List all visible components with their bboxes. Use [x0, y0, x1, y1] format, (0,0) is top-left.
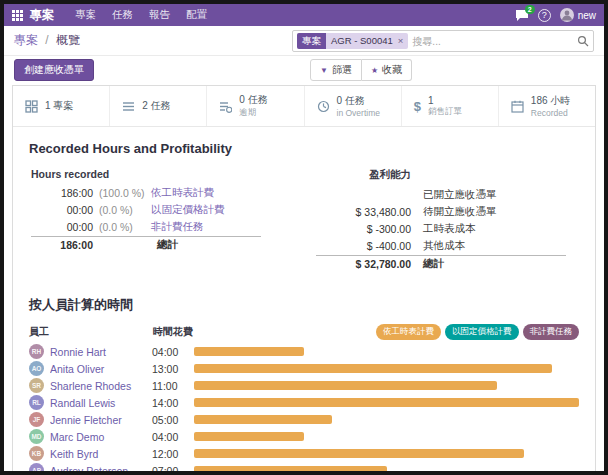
favorites-button[interactable]: ★ 收藏	[362, 59, 412, 81]
profit-total-value: $ 32,780.00	[316, 258, 411, 270]
messages-icon[interactable]: 2	[515, 9, 529, 22]
stat-recorded-hours[interactable]: 186 小時Recorded	[499, 86, 595, 126]
stat-sales-order[interactable]: $ 1銷售訂單	[402, 86, 499, 126]
hours-bar-track	[194, 398, 579, 407]
menu-configuration[interactable]: 配置	[179, 6, 214, 24]
user-menu[interactable]: new	[560, 8, 596, 22]
time-spent: 04:00	[152, 346, 194, 358]
hours-pct: (0.0 %)	[93, 204, 151, 216]
profitability-heading: 盈利能力	[316, 168, 411, 182]
billed-fixed-price-link[interactable]: 以固定價格計費	[151, 203, 225, 215]
recorded-hours-title: Recorded Hours and Profitability	[29, 141, 595, 156]
hours-total-value: 186:00	[31, 239, 93, 251]
dollar-icon: $	[414, 99, 421, 114]
breadcrumb: 專案 / 概覽	[14, 32, 80, 49]
table-row: JF Jennie Fletcher 05:00	[13, 411, 595, 428]
hours-bar	[194, 449, 524, 458]
avatar: RL	[29, 395, 44, 410]
employee-link[interactable]: Marc Demo	[50, 431, 152, 443]
hours-profitability-section: Hours recorded 186:00 (100.0 %) 依工時表計費 0…	[13, 168, 595, 272]
app-title[interactable]: 專案	[30, 7, 54, 24]
profitability-column: 盈利能力 已開立應收憑單 $ 33,480.00 待開立應收憑單 $ -300.…	[304, 168, 595, 272]
employee-link[interactable]: Anita Oliver	[50, 363, 152, 375]
avatar: SR	[29, 378, 44, 393]
hours-bar	[194, 381, 497, 390]
time-spent: 11:00	[152, 380, 194, 392]
employee-link[interactable]: Jennie Fletcher	[50, 414, 152, 426]
filters-button[interactable]: ▼ 篩選	[310, 59, 362, 81]
table-row: SR Sharlene Rhodes 11:00	[13, 377, 595, 394]
control-panel: 專案 / 概覽 專案 AGR - S00041 ×	[4, 26, 604, 56]
project-overview-page: { "colors": { "topbar": "#6e4f9e", "acce…	[0, 0, 608, 475]
filter-group: ▼ 篩選 ★ 收藏	[310, 59, 412, 81]
non-billable-link[interactable]: 非計費任務	[151, 220, 204, 232]
breadcrumb-parent[interactable]: 專案	[14, 33, 38, 47]
table-row: AO Anita Oliver 13:00	[13, 360, 595, 377]
legend: 依工時表計費 以固定價格計費 非計費任務	[376, 324, 579, 340]
help-icon[interactable]: ?	[538, 9, 551, 22]
late-tasks-icon	[219, 100, 232, 113]
hours-pct: (0.0 %)	[93, 221, 151, 233]
people-rows: RH Ronnie Hart 04:00 AO Anita Oliver 13:…	[13, 343, 595, 475]
search-input[interactable]	[412, 36, 573, 47]
breadcrumb-current: 概覽	[56, 33, 80, 47]
other-costs-label: 其他成本	[411, 239, 465, 253]
hours-total-label: 總計	[93, 238, 178, 252]
avatar: AP	[29, 463, 44, 475]
employee-link[interactable]: Sharlene Rhodes	[50, 380, 152, 392]
hours-row: 00:00 (0.0 %) 以固定價格計費	[31, 201, 304, 218]
hours-bar-track	[194, 432, 579, 441]
profit-value: $ -400.00	[316, 240, 411, 252]
employee-column-header: 員工	[29, 325, 153, 339]
profit-row: $ -300.00 工時表成本	[316, 220, 595, 237]
hours-bar	[194, 347, 304, 356]
avatar: MD	[29, 429, 44, 444]
menu-tasks[interactable]: 任務	[105, 6, 140, 24]
search-facet-field: 專案	[297, 33, 326, 49]
legend-badge-timesheets: 依工時表計費	[376, 324, 441, 340]
hours-bar	[194, 466, 387, 475]
employee-link[interactable]: Audrey Peterson	[50, 465, 152, 475]
search-facet: 專案 AGR - S00041 ×	[297, 33, 408, 49]
hours-bar-track	[194, 415, 579, 424]
apps-grid-icon[interactable]	[12, 10, 23, 21]
table-row: KB Keith Byrd 12:00	[13, 445, 595, 462]
time-spent: 05:00	[152, 414, 194, 426]
stat-projects[interactable]: 1 專案	[13, 86, 110, 126]
employee-link[interactable]: Randall Lewis	[50, 397, 152, 409]
hours-recorded-column: Hours recorded 186:00 (100.0 %) 依工時表計費 0…	[13, 168, 304, 272]
search-box[interactable]: 專案 AGR - S00041 ×	[292, 30, 594, 52]
avatar: KB	[29, 446, 44, 461]
tasks-icon	[122, 100, 135, 113]
search-icon[interactable]	[577, 35, 589, 47]
user-name: new	[578, 10, 596, 21]
topbar: 專案 專案 任務 報告 配置 2 ? new	[4, 4, 604, 26]
time-spent: 12:00	[152, 448, 194, 460]
billed-timesheets-link[interactable]: 依工時表計費	[151, 186, 214, 198]
employee-link[interactable]: Ronnie Hart	[50, 346, 152, 358]
time-by-people-title: 按人員計算的時間	[29, 296, 595, 314]
menu-project[interactable]: 專案	[68, 6, 103, 24]
hours-bar	[194, 364, 552, 373]
facet-remove-icon[interactable]: ×	[398, 33, 409, 49]
table-row: AP Audrey Peterson 07:00	[13, 462, 595, 475]
legend-badge-fixed-price: 以固定價格計費	[445, 324, 519, 340]
hours-bar	[194, 415, 332, 424]
profit-value: $ 33,480.00	[316, 206, 411, 218]
create-invoice-button[interactable]: 創建應收憑單	[14, 59, 94, 81]
notification-badge: 2	[525, 5, 535, 14]
employee-link[interactable]: Keith Byrd	[50, 448, 152, 460]
breadcrumb-separator: /	[45, 33, 48, 47]
user-avatar-icon	[560, 8, 574, 22]
overtime-icon	[317, 100, 330, 113]
stat-tasks[interactable]: 2 任務	[110, 86, 207, 126]
hours-bar	[194, 432, 304, 441]
hours-value: 186:00	[31, 187, 93, 199]
time-spent: 04:00	[152, 431, 194, 443]
filter-caret-icon: ▼	[320, 66, 328, 75]
legend-badge-non-billable: 非計費任務	[523, 324, 580, 340]
favorites-star-icon: ★	[371, 66, 378, 75]
menu-reports[interactable]: 報告	[142, 6, 177, 24]
stat-late-tasks[interactable]: 0 任務逾期	[207, 86, 304, 126]
stat-overtime-tasks[interactable]: 0 任務in Overtime	[305, 86, 402, 126]
